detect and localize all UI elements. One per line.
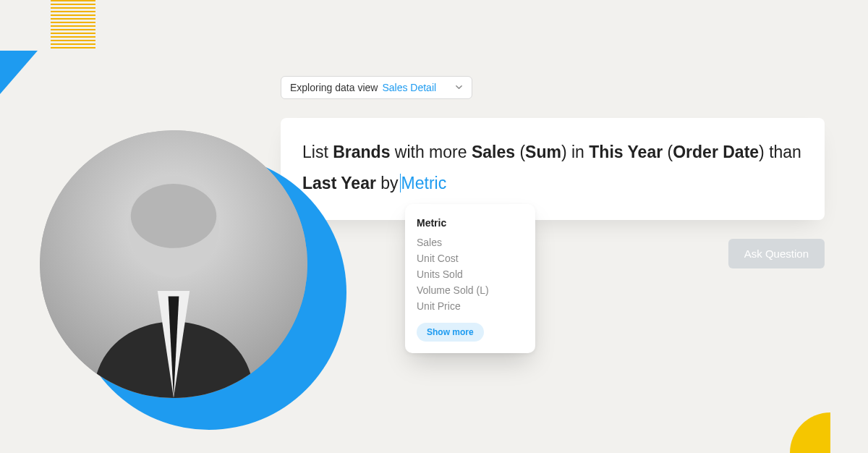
query-token: by xyxy=(376,174,399,192)
query-token: ( xyxy=(515,143,525,161)
dropdown-option[interactable]: Units Sold xyxy=(417,266,524,282)
decor-triangle xyxy=(0,51,38,94)
data-view-selector[interactable]: Exploring data view Sales Detail xyxy=(281,76,472,99)
metric-dropdown: Metric Sales Unit Cost Units Sold Volume… xyxy=(405,204,535,353)
avatar-block xyxy=(40,130,344,434)
selector-prefix: Exploring data view xyxy=(290,82,378,93)
query-token: This Year xyxy=(589,143,663,161)
chevron-down-icon xyxy=(455,82,463,93)
ask-question-button[interactable]: Ask Question xyxy=(728,239,825,268)
query-token: ( xyxy=(663,143,673,161)
query-token: with more xyxy=(390,143,471,161)
query-token: Sales xyxy=(472,143,515,161)
query-token: ) in xyxy=(561,143,589,161)
avatar xyxy=(40,130,307,398)
dropdown-option[interactable]: Sales xyxy=(417,234,524,250)
dropdown-option[interactable]: Unit Price xyxy=(417,298,524,314)
decor-stripes xyxy=(51,0,95,51)
dropdown-heading: Metric xyxy=(417,217,524,229)
query-input[interactable]: List Brands with more Sales (Sum) in Thi… xyxy=(302,137,803,198)
query-highlighted-token: Metric xyxy=(401,174,447,192)
person-icon xyxy=(40,130,307,398)
query-card: List Brands with more Sales (Sum) in Thi… xyxy=(281,118,825,220)
query-token: Sum xyxy=(525,143,561,161)
text-cursor xyxy=(400,174,401,192)
query-token: Order Date xyxy=(673,143,759,161)
selector-value: Sales Detail xyxy=(382,82,436,93)
dropdown-option[interactable]: Volume Sold (L) xyxy=(417,282,524,298)
decor-quarter-circle xyxy=(790,412,830,453)
query-token: ) than xyxy=(759,143,801,161)
svg-point-2 xyxy=(131,184,216,248)
show-more-button[interactable]: Show more xyxy=(417,323,484,342)
dropdown-option[interactable]: Unit Cost xyxy=(417,250,524,266)
